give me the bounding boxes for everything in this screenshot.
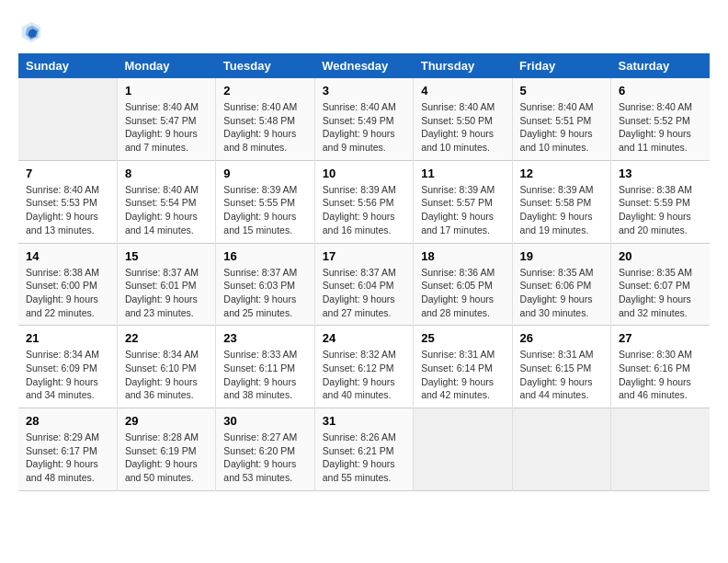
day-info: Sunrise: 8:39 AMSunset: 5:57 PMDaylight:…	[421, 183, 504, 237]
calendar-cell: 3 Sunrise: 8:40 AMSunset: 5:49 PMDayligh…	[314, 78, 413, 160]
day-number: 25	[421, 331, 504, 345]
day-info: Sunrise: 8:26 AMSunset: 6:21 PMDaylight:…	[323, 431, 405, 485]
calendar-cell: 13 Sunrise: 8:38 AMSunset: 5:59 PMDaylig…	[611, 160, 710, 243]
day-number: 28	[26, 414, 109, 428]
day-number: 13	[619, 167, 702, 180]
day-info: Sunrise: 8:27 AMSunset: 6:20 PMDaylight:…	[223, 431, 306, 485]
calendar-cell: 9 Sunrise: 8:39 AMSunset: 5:55 PMDayligh…	[216, 160, 314, 243]
day-info: Sunrise: 8:30 AMSunset: 6:16 PMDaylight:…	[619, 348, 702, 402]
calendar-cell: 24 Sunrise: 8:32 AMSunset: 6:12 PMDaylig…	[314, 326, 413, 408]
calendar-cell: 19 Sunrise: 8:35 AMSunset: 6:06 PMDaylig…	[512, 243, 610, 326]
day-number: 27	[619, 331, 702, 345]
day-info: Sunrise: 8:31 AMSunset: 6:15 PMDaylight:…	[520, 348, 603, 402]
logo	[18, 18, 48, 44]
day-number: 4	[421, 84, 504, 98]
day-info: Sunrise: 8:40 AMSunset: 5:47 PMDaylight:…	[125, 100, 208, 155]
calendar-week-row: 14 Sunrise: 8:38 AMSunset: 6:00 PMDaylig…	[18, 243, 710, 326]
day-info: Sunrise: 8:39 AMSunset: 5:56 PMDaylight:…	[323, 183, 405, 237]
calendar-cell: 29 Sunrise: 8:28 AMSunset: 6:19 PMDaylig…	[117, 408, 215, 491]
calendar-cell: 8 Sunrise: 8:40 AMSunset: 5:54 PMDayligh…	[117, 160, 215, 243]
calendar-cell	[414, 408, 512, 491]
page-header	[18, 18, 710, 44]
calendar-cell: 10 Sunrise: 8:39 AMSunset: 5:56 PMDaylig…	[314, 160, 413, 243]
weekday-header-wednesday: Wednesday	[314, 53, 413, 78]
calendar-cell: 18 Sunrise: 8:36 AMSunset: 6:05 PMDaylig…	[414, 243, 512, 326]
calendar-cell: 2 Sunrise: 8:40 AMSunset: 5:48 PMDayligh…	[216, 78, 314, 160]
weekday-header-saturday: Saturday	[611, 53, 710, 78]
calendar-cell: 27 Sunrise: 8:30 AMSunset: 6:16 PMDaylig…	[611, 326, 710, 408]
day-info: Sunrise: 8:40 AMSunset: 5:50 PMDaylight:…	[421, 100, 504, 155]
calendar-cell: 25 Sunrise: 8:31 AMSunset: 6:14 PMDaylig…	[414, 326, 512, 408]
day-info: Sunrise: 8:40 AMSunset: 5:48 PMDaylight:…	[223, 100, 306, 155]
day-info: Sunrise: 8:35 AMSunset: 6:07 PMDaylight:…	[619, 266, 702, 320]
day-number: 17	[323, 249, 405, 263]
day-number: 16	[223, 249, 306, 263]
day-info: Sunrise: 8:29 AMSunset: 6:17 PMDaylight:…	[26, 431, 109, 485]
weekday-header-sunday: Sunday	[18, 53, 117, 78]
calendar-cell: 11 Sunrise: 8:39 AMSunset: 5:57 PMDaylig…	[414, 160, 512, 243]
calendar-cell: 7 Sunrise: 8:40 AMSunset: 5:53 PMDayligh…	[18, 160, 117, 243]
day-number: 8	[125, 167, 208, 180]
calendar-cell: 26 Sunrise: 8:31 AMSunset: 6:15 PMDaylig…	[512, 326, 610, 408]
calendar-week-row: 1 Sunrise: 8:40 AMSunset: 5:47 PMDayligh…	[18, 78, 710, 160]
day-number: 22	[125, 331, 208, 345]
calendar-week-row: 7 Sunrise: 8:40 AMSunset: 5:53 PMDayligh…	[18, 160, 710, 243]
logo-icon	[18, 18, 44, 44]
weekday-header-monday: Monday	[117, 53, 215, 78]
day-info: Sunrise: 8:35 AMSunset: 6:06 PMDaylight:…	[520, 266, 603, 320]
calendar-cell	[611, 408, 710, 491]
weekday-header-tuesday: Tuesday	[216, 53, 314, 78]
day-number: 21	[26, 331, 109, 345]
day-number: 30	[223, 414, 306, 428]
day-info: Sunrise: 8:37 AMSunset: 6:01 PMDaylight:…	[125, 266, 208, 320]
calendar-cell: 14 Sunrise: 8:38 AMSunset: 6:00 PMDaylig…	[18, 243, 117, 326]
day-info: Sunrise: 8:33 AMSunset: 6:11 PMDaylight:…	[223, 348, 306, 402]
calendar-cell: 6 Sunrise: 8:40 AMSunset: 5:52 PMDayligh…	[611, 78, 710, 160]
calendar-cell: 21 Sunrise: 8:34 AMSunset: 6:09 PMDaylig…	[18, 326, 117, 408]
calendar-cell: 23 Sunrise: 8:33 AMSunset: 6:11 PMDaylig…	[216, 326, 314, 408]
calendar-table: SundayMondayTuesdayWednesdayThursdayFrid…	[18, 53, 710, 491]
day-info: Sunrise: 8:37 AMSunset: 6:03 PMDaylight:…	[223, 266, 306, 320]
day-number: 31	[323, 414, 405, 428]
calendar-week-row: 21 Sunrise: 8:34 AMSunset: 6:09 PMDaylig…	[18, 326, 710, 408]
day-info: Sunrise: 8:40 AMSunset: 5:49 PMDaylight:…	[323, 100, 405, 155]
calendar-cell: 28 Sunrise: 8:29 AMSunset: 6:17 PMDaylig…	[18, 408, 117, 491]
day-number: 9	[223, 167, 306, 180]
calendar-cell: 5 Sunrise: 8:40 AMSunset: 5:51 PMDayligh…	[512, 78, 610, 160]
day-info: Sunrise: 8:38 AMSunset: 5:59 PMDaylight:…	[619, 183, 702, 237]
day-number: 23	[223, 331, 306, 345]
calendar-cell: 22 Sunrise: 8:34 AMSunset: 6:10 PMDaylig…	[117, 326, 215, 408]
day-info: Sunrise: 8:40 AMSunset: 5:51 PMDaylight:…	[520, 100, 603, 155]
calendar-cell: 1 Sunrise: 8:40 AMSunset: 5:47 PMDayligh…	[117, 78, 215, 160]
day-info: Sunrise: 8:34 AMSunset: 6:10 PMDaylight:…	[125, 348, 208, 402]
calendar-cell: 20 Sunrise: 8:35 AMSunset: 6:07 PMDaylig…	[611, 243, 710, 326]
day-info: Sunrise: 8:37 AMSunset: 6:04 PMDaylight:…	[323, 266, 405, 320]
weekday-header-friday: Friday	[512, 53, 610, 78]
day-number: 1	[125, 84, 208, 98]
day-info: Sunrise: 8:39 AMSunset: 5:55 PMDaylight:…	[223, 183, 306, 237]
day-number: 2	[223, 84, 306, 98]
day-info: Sunrise: 8:38 AMSunset: 6:00 PMDaylight:…	[26, 266, 109, 320]
calendar-cell: 31 Sunrise: 8:26 AMSunset: 6:21 PMDaylig…	[314, 408, 413, 491]
day-number: 12	[520, 167, 603, 180]
day-info: Sunrise: 8:28 AMSunset: 6:19 PMDaylight:…	[125, 431, 208, 485]
calendar-cell: 12 Sunrise: 8:39 AMSunset: 5:58 PMDaylig…	[512, 160, 610, 243]
calendar-week-row: 28 Sunrise: 8:29 AMSunset: 6:17 PMDaylig…	[18, 408, 710, 491]
day-info: Sunrise: 8:40 AMSunset: 5:52 PMDaylight:…	[619, 100, 702, 155]
day-number: 5	[520, 84, 603, 98]
day-info: Sunrise: 8:31 AMSunset: 6:14 PMDaylight:…	[421, 348, 504, 402]
day-number: 7	[26, 167, 109, 180]
day-info: Sunrise: 8:34 AMSunset: 6:09 PMDaylight:…	[26, 348, 109, 402]
weekday-header-thursday: Thursday	[414, 53, 512, 78]
day-number: 14	[26, 249, 109, 263]
day-number: 15	[125, 249, 208, 263]
day-number: 6	[619, 84, 702, 98]
calendar-cell: 30 Sunrise: 8:27 AMSunset: 6:20 PMDaylig…	[216, 408, 314, 491]
calendar-cell	[18, 78, 117, 160]
day-number: 10	[323, 167, 405, 180]
day-number: 26	[520, 331, 603, 345]
day-number: 3	[323, 84, 405, 98]
day-number: 29	[125, 414, 208, 428]
calendar-cell: 17 Sunrise: 8:37 AMSunset: 6:04 PMDaylig…	[314, 243, 413, 326]
day-info: Sunrise: 8:32 AMSunset: 6:12 PMDaylight:…	[323, 348, 405, 402]
